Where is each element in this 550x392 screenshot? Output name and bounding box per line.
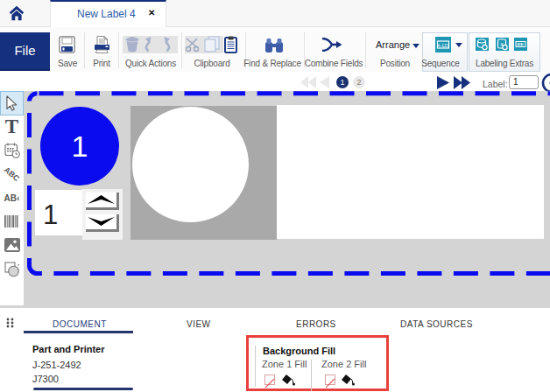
svg-text:A-123: A-123: [437, 43, 449, 48]
